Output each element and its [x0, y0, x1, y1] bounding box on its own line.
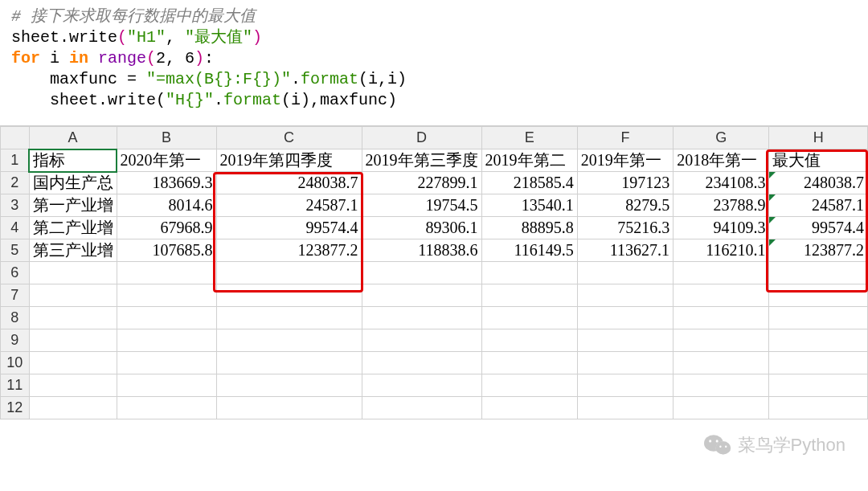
row-header-12[interactable]: 12	[1, 397, 30, 419]
svg-point-2	[715, 441, 731, 454]
row-header-5[interactable]: 5	[1, 239, 30, 262]
cell-F3[interactable]: 8279.5	[577, 194, 673, 217]
cell-H1[interactable]: 最大值	[769, 149, 868, 172]
cell-C4[interactable]: 99574.4	[216, 217, 362, 239]
cell-H2[interactable]: 248038.7	[769, 172, 868, 194]
cell-G3[interactable]: 23788.9	[674, 194, 769, 217]
row-header-1[interactable]: 1	[1, 149, 30, 172]
svg-point-4	[715, 440, 718, 442]
col-header-A[interactable]: A	[29, 127, 117, 149]
code-line-4: sheet.write("H{}".format(i),maxfunc)	[11, 91, 397, 109]
table-row: 8	[1, 307, 868, 329]
col-header-D[interactable]: D	[362, 127, 481, 149]
cell-E3[interactable]: 13540.1	[481, 194, 577, 217]
column-header-row: A B C D E F G H	[1, 127, 868, 149]
col-header-B[interactable]: B	[117, 127, 216, 149]
cell-F1[interactable]: 2019年第一	[577, 149, 673, 172]
row-header-11[interactable]: 11	[1, 374, 30, 397]
code-snippet: # 接下来求取每行数据中的最大值 sheet.write("H1", "最大值"…	[0, 0, 868, 126]
svg-point-0	[704, 435, 723, 451]
cell-A5[interactable]: 第三产业增	[29, 239, 117, 262]
code-line-2: for i in range(2, 6):	[11, 49, 214, 68]
row-header-6[interactable]: 6	[1, 262, 30, 284]
table-row: 10	[1, 352, 868, 374]
table-row: 5 第三产业增 107685.8 123877.2 118838.6 11614…	[1, 239, 868, 262]
col-header-C[interactable]: C	[216, 127, 362, 149]
cell-C5[interactable]: 123877.2	[216, 239, 362, 262]
row-header-4[interactable]: 4	[1, 217, 30, 239]
row-header-2[interactable]: 2	[1, 172, 30, 194]
svg-point-1	[715, 441, 731, 454]
col-header-H[interactable]: H	[769, 127, 868, 149]
cell-D1[interactable]: 2019年第三季度	[362, 149, 481, 172]
cell-G4[interactable]: 94109.3	[674, 217, 769, 239]
cell-C3[interactable]: 24587.1	[216, 194, 362, 217]
code-line-1: sheet.write("H1", "最大值")	[11, 28, 262, 47]
col-header-F[interactable]: F	[577, 127, 673, 149]
cell-F4[interactable]: 75216.3	[577, 217, 673, 239]
svg-point-6	[725, 446, 727, 448]
svg-point-5	[719, 446, 721, 448]
code-line-3: maxfunc = "=max(B{}:F{})".format(i,i)	[11, 70, 407, 88]
cell-A3[interactable]: 第一产业增	[29, 194, 117, 217]
row-header-10[interactable]: 10	[1, 352, 30, 374]
cell-D3[interactable]: 19754.5	[362, 194, 481, 217]
cell-G2[interactable]: 234108.3	[674, 172, 769, 194]
cell-E1[interactable]: 2019年第二	[481, 149, 577, 172]
cell-B5[interactable]: 107685.8	[117, 239, 216, 262]
cell-B2[interactable]: 183669.3	[117, 172, 216, 194]
col-header-G[interactable]: G	[674, 127, 769, 149]
cell-D5[interactable]: 118838.6	[362, 239, 481, 262]
cell-H5[interactable]: 123877.2	[769, 239, 868, 262]
table-row: 12	[1, 397, 868, 419]
watermark-text: 菜鸟学Python	[738, 433, 846, 457]
wechat-icon	[704, 433, 731, 457]
wechat-watermark: 菜鸟学Python	[704, 433, 846, 457]
col-header-E[interactable]: E	[481, 127, 577, 149]
table-row: 1 指标 2020年第一 2019年第四季度 2019年第三季度 2019年第二…	[1, 149, 868, 172]
cell-E4[interactable]: 88895.8	[481, 217, 577, 239]
cell-F2[interactable]: 197123	[577, 172, 673, 194]
cell-G1[interactable]: 2018年第一	[674, 149, 769, 172]
row-header-8[interactable]: 8	[1, 307, 30, 329]
table-row: 3 第一产业增 8014.6 24587.1 19754.5 13540.1 8…	[1, 194, 868, 217]
cell-C2[interactable]: 248038.7	[216, 172, 362, 194]
cell-E2[interactable]: 218585.4	[481, 172, 577, 194]
svg-point-3	[709, 440, 711, 442]
table-row: 2 国内生产总 183669.3 248038.7 227899.1 21858…	[1, 172, 868, 194]
row-header-7[interactable]: 7	[1, 284, 30, 307]
spreadsheet[interactable]: A B C D E F G H 1 指标 2020年第一 2019年第四季度 2…	[0, 126, 868, 419]
table-row: 11	[1, 374, 868, 397]
cell-C1[interactable]: 2019年第四季度	[216, 149, 362, 172]
cell-D4[interactable]: 89306.1	[362, 217, 481, 239]
cell-H4[interactable]: 99574.4	[769, 217, 868, 239]
cell-B3[interactable]: 8014.6	[117, 194, 216, 217]
corner-cell[interactable]	[1, 127, 30, 149]
table-row: 6	[1, 262, 868, 284]
row-header-9[interactable]: 9	[1, 329, 30, 352]
table-row: 9	[1, 329, 868, 352]
cell-E5[interactable]: 116149.5	[481, 239, 577, 262]
cell-A4[interactable]: 第二产业增	[29, 217, 117, 239]
row-header-3[interactable]: 3	[1, 194, 30, 217]
cell-G5[interactable]: 116210.1	[674, 239, 769, 262]
cell-A2[interactable]: 国内生产总	[29, 172, 117, 194]
cell-H3[interactable]: 24587.1	[769, 194, 868, 217]
cell-A1[interactable]: 指标	[29, 149, 117, 172]
cell-B1[interactable]: 2020年第一	[117, 149, 216, 172]
cell-D2[interactable]: 227899.1	[362, 172, 481, 194]
cell-A6[interactable]	[29, 262, 117, 284]
cell-B4[interactable]: 67968.9	[117, 217, 216, 239]
table-row: 4 第二产业增 67968.9 99574.4 89306.1 88895.8 …	[1, 217, 868, 239]
cell-F5[interactable]: 113627.1	[577, 239, 673, 262]
table-row: 7	[1, 284, 868, 307]
code-comment: # 接下来求取每行数据中的最大值	[11, 7, 256, 26]
